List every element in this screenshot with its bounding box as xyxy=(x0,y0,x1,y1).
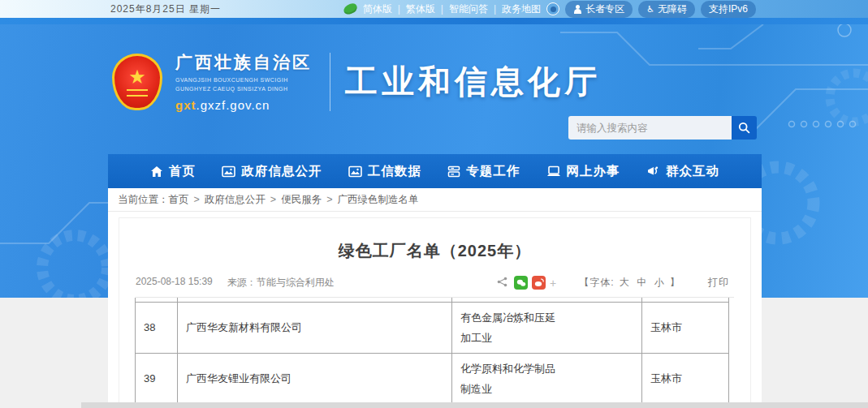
font-label-open: 【字体: xyxy=(579,277,614,288)
breadcrumb-prefix: 当前位置： xyxy=(118,193,169,207)
header-divider xyxy=(330,53,330,111)
page-title: 绿色工厂名单（2025年） xyxy=(119,240,750,262)
nav-item-industry-data[interactable]: 工信数据 xyxy=(348,163,421,180)
nav-label: 网上办事 xyxy=(567,163,620,180)
industry-cell: 化学原料和化学制品 制造业 xyxy=(452,353,642,404)
nav-item-public-interaction[interactable]: 群众互动 xyxy=(646,163,719,180)
blue-divider-strip xyxy=(0,18,868,24)
separator: | xyxy=(398,3,400,15)
main-navigation: 首页 政府信息公开 工信数据 专题工作 xyxy=(108,154,762,188)
link-simplified-chinese[interactable]: 简体版 xyxy=(363,2,392,16)
font-size-control: 【字体: 大 中 小 】 xyxy=(579,276,680,290)
breadcrumb-green-manufacturing-list[interactable]: 广西绿色制造名单 xyxy=(337,193,418,207)
megaphone-icon xyxy=(646,165,660,178)
breadcrumb-separator: > xyxy=(194,194,200,205)
breadcrumb: 当前位置： 首页 > 政府信息公开 > 便民服务 > 广西绿色制造名单 xyxy=(108,188,762,212)
emblem-gate xyxy=(127,89,148,97)
image-icon xyxy=(348,165,362,178)
row-number: 39 xyxy=(136,353,178,404)
city-cell: 玉林市 xyxy=(642,302,729,353)
print-button[interactable]: 打印 xyxy=(708,276,729,290)
search-icon xyxy=(738,122,750,134)
breadcrumb-home[interactable]: 首页 xyxy=(169,193,189,207)
more-share-icon[interactable]: + xyxy=(550,277,556,290)
zhuang-line1: GVANGJSIH BOUXCUENGH SWCIGIH xyxy=(175,76,312,85)
link-traditional-chinese[interactable]: 繁体版 xyxy=(406,2,435,16)
zhuang-romanization: GVANGJSIH BOUXCUENGH SWCIGIH GUNGHYEZ CA… xyxy=(175,76,312,93)
font-size-medium[interactable]: 中 xyxy=(637,277,647,288)
row-number: 38 xyxy=(136,302,178,353)
nav-label: 首页 xyxy=(169,163,196,180)
accessibility-label: 无障碍 xyxy=(658,2,687,16)
article-tools: + 【字体: 大 中 小 】 打印 xyxy=(497,276,734,290)
person-icon xyxy=(573,5,582,14)
topbar-links: 简体版 | 繁体版 | 智能问答 | 政务地图 长者专区 ♿ 无障碍 支持IPv… xyxy=(343,1,756,18)
breadcrumb-gov-info[interactable]: 政府信息公开 xyxy=(205,193,266,207)
nav-item-home[interactable]: 首页 xyxy=(150,163,196,180)
nav-item-special-work[interactable]: 专题工作 xyxy=(447,163,520,180)
link-gov-map[interactable]: 政务地图 xyxy=(502,2,541,16)
laptop-icon xyxy=(546,165,561,178)
department-title: 工业和信息化厅 xyxy=(345,59,601,104)
org-block: 广西壮族自治区 GVANGJSIH BOUXCUENGH SWCIGIH GUN… xyxy=(175,51,312,112)
zhuang-line2: GUNGHYEZ CAEUQ SINSIZYA DINGH xyxy=(175,85,312,94)
city-cell: 玉林市 xyxy=(642,353,729,404)
current-date: 2025年8月25日 星期一 xyxy=(110,2,221,16)
industry-line: 有色金属冶炼和压延 xyxy=(460,307,633,328)
search-button[interactable] xyxy=(732,116,757,140)
circle-badge-icon[interactable] xyxy=(546,2,559,15)
factory-table-wrapper: 38 广西华友新材料有限公司 有色金属冶炼和压延 加工业 玉林市 39 广西华友… xyxy=(135,298,735,408)
bottom-scrollbar[interactable] xyxy=(81,402,868,408)
leaf-icon xyxy=(342,2,358,16)
link-smart-qa[interactable]: 智能问答 xyxy=(449,2,488,16)
logo-row: ★ 广西壮族自治区 GVANGJSIH BOUXCUENGH SWCIGIH G… xyxy=(112,51,601,112)
elderly-zone-label: 长者专区 xyxy=(585,2,624,16)
share-icon[interactable] xyxy=(497,277,507,290)
national-emblem-icon: ★ xyxy=(112,54,162,110)
article-meta-row: 2025-08-18 15:39 来源：节能与综合利用处 xyxy=(136,276,734,298)
search-input[interactable] xyxy=(568,116,732,140)
source-label: 来源： xyxy=(227,277,257,288)
weibo-share-icon[interactable] xyxy=(532,276,546,290)
separator: | xyxy=(494,3,496,15)
ipv6-label: 支持IPv6 xyxy=(709,2,748,16)
wechat-share-icon[interactable] xyxy=(514,276,528,290)
source: 来源：节能与综合利用处 xyxy=(227,276,335,290)
company-name: 广西华友锂业有限公司 xyxy=(178,353,452,404)
font-size-small[interactable]: 小 xyxy=(654,277,665,288)
breadcrumb-separator: > xyxy=(270,194,276,205)
breadcrumb-separator: > xyxy=(326,194,332,205)
nav-label: 群众互动 xyxy=(666,163,719,180)
wheelchair-icon: ♿ xyxy=(646,5,654,14)
nav-label: 专题工作 xyxy=(466,163,520,180)
home-icon xyxy=(150,165,163,178)
table-row: 38 广西华友新材料有限公司 有色金属冶炼和压延 加工业 玉林市 xyxy=(136,302,729,353)
archive-icon xyxy=(447,165,460,178)
nav-item-gov-info[interactable]: 政府信息公开 xyxy=(222,163,322,180)
font-size-large[interactable]: 大 xyxy=(620,277,630,288)
article-container: 绿色工厂名单（2025年） 2025-08-18 15:39 来源：节能与综合利… xyxy=(119,217,751,408)
site-url-rest: .gxzf.gov.cn xyxy=(196,98,270,112)
search-bar xyxy=(568,116,757,140)
ipv6-badge[interactable]: 支持IPv6 xyxy=(701,1,756,18)
company-name: 广西华友新材料有限公司 xyxy=(178,302,452,353)
breadcrumb-convenience-services[interactable]: 便民服务 xyxy=(281,193,322,207)
elderly-zone-button[interactable]: 长者专区 xyxy=(565,1,633,18)
industry-line: 化学原料和化学制品 xyxy=(460,359,633,379)
site-url[interactable]: gxt.gxzf.gov.cn xyxy=(175,98,312,112)
industry-cell: 有色金属冶炼和压延 加工业 xyxy=(452,302,642,353)
nav-item-online-services[interactable]: 网上办事 xyxy=(546,163,620,180)
font-label-close: 】 xyxy=(670,277,680,288)
green-factory-table: 38 广西华友新材料有限公司 有色金属冶炼和压延 加工业 玉林市 39 广西华友… xyxy=(135,298,729,408)
top-utility-bar: 2025年8月25日 星期一 简体版 | 繁体版 | 智能问答 | 政务地图 长… xyxy=(0,0,868,18)
site-url-accent: gxt xyxy=(175,98,196,112)
publish-date: 2025-08-18 15:39 xyxy=(136,276,213,290)
source-value: 节能与综合利用处 xyxy=(257,277,335,288)
nav-label: 工信数据 xyxy=(368,163,421,180)
industry-line: 加工业 xyxy=(460,328,633,348)
accessibility-button[interactable]: ♿ 无障碍 xyxy=(638,1,695,18)
article-meta: 2025-08-18 15:39 来源：节能与综合利用处 xyxy=(136,276,335,290)
nav-label: 政府信息公开 xyxy=(241,163,322,180)
separator: | xyxy=(441,3,443,15)
emblem-star: ★ xyxy=(128,67,146,87)
